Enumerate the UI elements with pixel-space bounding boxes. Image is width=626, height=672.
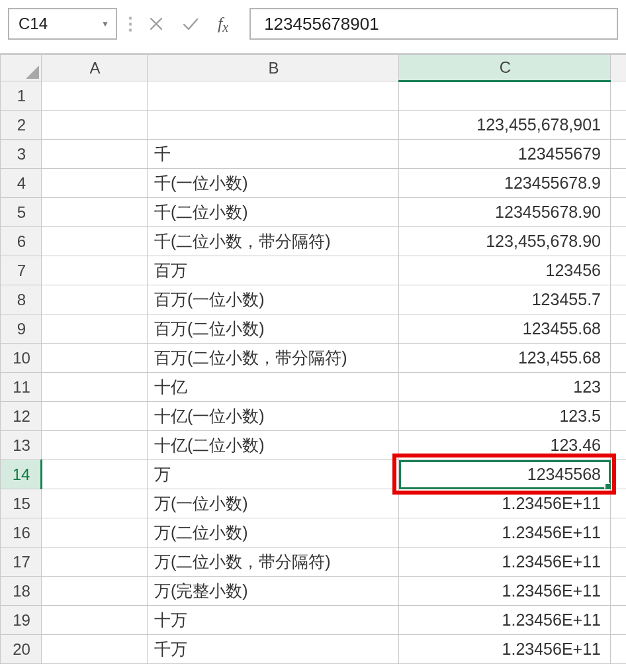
cell-A[interactable] [42, 635, 148, 664]
cell-A[interactable] [42, 548, 148, 577]
cell-B[interactable]: 十亿(二位小数) [148, 431, 399, 460]
cell-extra[interactable] [611, 111, 627, 140]
row-header[interactable]: 1 [1, 81, 42, 111]
row-header[interactable]: 15 [1, 489, 42, 518]
row-header[interactable]: 10 [1, 344, 42, 373]
col-header-B[interactable]: B [148, 55, 399, 81]
cell-C[interactable]: 123.5 [399, 402, 611, 431]
cell-B[interactable]: 百万(二位小数，带分隔符) [148, 344, 399, 373]
cell-C[interactable]: 123.46 [399, 431, 611, 460]
cell-A[interactable] [42, 140, 148, 169]
cell-C[interactable]: 123455.7 [399, 285, 611, 314]
cell-A[interactable] [42, 402, 148, 431]
cell-extra[interactable] [611, 606, 627, 635]
cell-extra[interactable] [611, 635, 627, 664]
cell-extra[interactable] [611, 169, 627, 198]
cell-A[interactable] [42, 111, 148, 140]
row-header[interactable]: 16 [1, 518, 42, 548]
cell-B[interactable]: 十万 [148, 606, 399, 635]
row-header[interactable]: 9 [1, 314, 42, 344]
cell-B[interactable]: 千万 [148, 635, 399, 664]
cell-C[interactable]: 123455678.90 [399, 198, 611, 227]
cell-extra[interactable] [611, 227, 627, 256]
cell-extra[interactable] [611, 402, 627, 431]
row-header[interactable]: 14 [1, 460, 42, 489]
cell-C[interactable]: 1.23456E+11 [399, 635, 611, 664]
cell-extra[interactable] [611, 489, 627, 518]
cell-A[interactable] [42, 373, 148, 402]
cell-C[interactable]: 123455678.9 [399, 169, 611, 198]
cell-C[interactable]: 123455679 [399, 140, 611, 169]
cell-A[interactable] [42, 169, 148, 198]
row-header[interactable]: 20 [1, 635, 42, 664]
cell-C[interactable]: 123,455,678,901 [399, 111, 611, 140]
cell-B[interactable]: 千 [148, 140, 399, 169]
cell-B[interactable]: 十亿(一位小数) [148, 402, 399, 431]
cell-C[interactable]: 123 [399, 373, 611, 402]
row-header[interactable]: 11 [1, 373, 42, 402]
row-header[interactable]: 18 [1, 577, 42, 606]
cell-C[interactable]: 123456 [399, 256, 611, 285]
cell-A[interactable] [42, 431, 148, 460]
cell-extra[interactable] [611, 81, 627, 111]
col-header-extra[interactable] [611, 55, 627, 81]
enter-icon[interactable] [182, 17, 199, 31]
select-all-corner[interactable] [1, 55, 42, 81]
cell-B[interactable]: 十亿 [148, 373, 399, 402]
cell-extra[interactable] [611, 344, 627, 373]
cell-extra[interactable] [611, 577, 627, 606]
cell-C[interactable]: 1.23456E+11 [399, 577, 611, 606]
row-header[interactable]: 13 [1, 431, 42, 460]
row-header[interactable]: 2 [1, 111, 42, 140]
cell-C[interactable]: 123,455.68 [399, 344, 611, 373]
cell-extra[interactable] [611, 431, 627, 460]
cell-B[interactable]: 百万(一位小数) [148, 285, 399, 314]
cell-C[interactable]: 1.23456E+11 [399, 518, 611, 548]
cell-A[interactable] [42, 314, 148, 344]
cell-B[interactable]: 千(一位小数) [148, 169, 399, 198]
row-header[interactable]: 5 [1, 198, 42, 227]
row-header[interactable]: 12 [1, 402, 42, 431]
row-header[interactable]: 19 [1, 606, 42, 635]
cell-extra[interactable] [611, 314, 627, 344]
cell-A[interactable] [42, 256, 148, 285]
name-box[interactable]: C14 ▼ [8, 8, 117, 40]
cell-A[interactable] [42, 577, 148, 606]
cell-B[interactable]: 千(二位小数) [148, 198, 399, 227]
cell-extra[interactable] [611, 518, 627, 548]
row-header[interactable]: 8 [1, 285, 42, 314]
cell-extra[interactable] [611, 460, 627, 489]
cell-A[interactable] [42, 489, 148, 518]
cell-A[interactable] [42, 518, 148, 548]
cell-extra[interactable] [611, 285, 627, 314]
cell-B[interactable]: 万(二位小数) [148, 518, 399, 548]
cell-B[interactable]: 万(完整小数) [148, 577, 399, 606]
cell-extra[interactable] [611, 256, 627, 285]
cell-A[interactable] [42, 344, 148, 373]
cell-C[interactable]: 1.23456E+11 [399, 548, 611, 577]
cell-B[interactable]: 百万(二位小数) [148, 314, 399, 344]
cell-A[interactable] [42, 227, 148, 256]
cell-C[interactable]: 12345568 [399, 460, 611, 489]
cell-C[interactable]: 1.23456E+11 [399, 606, 611, 635]
cell-C[interactable]: 123,455,678.90 [399, 227, 611, 256]
cell-extra[interactable] [611, 140, 627, 169]
cell-extra[interactable] [611, 548, 627, 577]
cell-C[interactable]: 123455.68 [399, 314, 611, 344]
cell-A[interactable] [42, 460, 148, 489]
cell-C[interactable]: 1.23456E+11 [399, 489, 611, 518]
cell-B[interactable]: 千(二位小数，带分隔符) [148, 227, 399, 256]
cell-A[interactable] [42, 606, 148, 635]
col-header-A[interactable]: A [42, 55, 148, 81]
row-header[interactable]: 4 [1, 169, 42, 198]
cancel-icon[interactable] [149, 17, 163, 31]
cell-C[interactable] [399, 81, 611, 111]
fx-icon[interactable]: fx [218, 14, 235, 34]
cell-A[interactable] [42, 198, 148, 227]
formula-input[interactable]: 123455678901 [249, 8, 618, 40]
cell-extra[interactable] [611, 198, 627, 227]
row-header[interactable]: 3 [1, 140, 42, 169]
row-header[interactable]: 6 [1, 227, 42, 256]
cell-A[interactable] [42, 285, 148, 314]
cell-B[interactable]: 万 [148, 460, 399, 489]
